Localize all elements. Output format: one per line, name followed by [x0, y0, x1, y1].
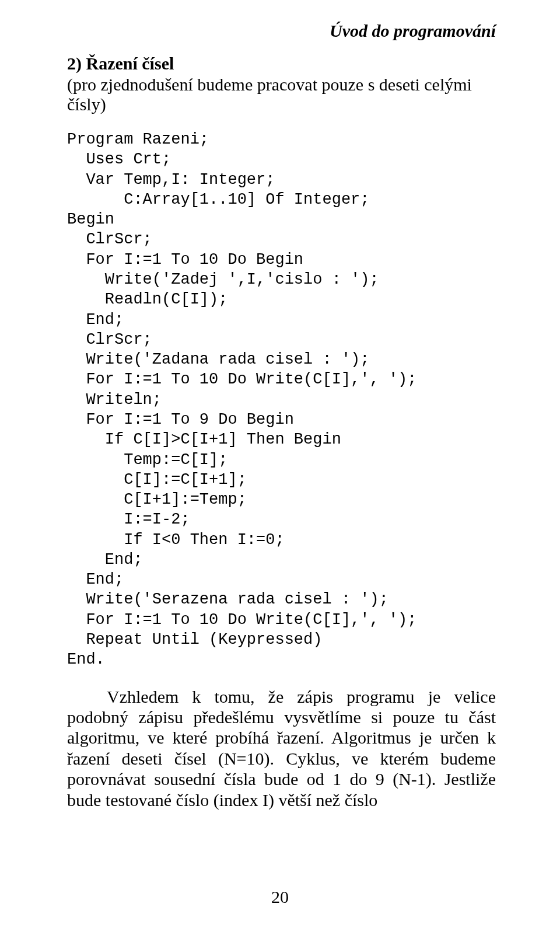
page: Úvod do programování 2) Řazení čísel (pr…	[0, 0, 560, 928]
paragraph-text: Vzhledem k tomu, že zápis programu je ve…	[67, 687, 496, 810]
page-number: 20	[0, 887, 560, 907]
running-header: Úvod do programování	[67, 21, 496, 41]
section-title: 2) Řazení čísel	[67, 54, 496, 74]
code-block: Program Razeni; Uses Crt; Var Temp,I: In…	[67, 130, 496, 670]
body-paragraph: Vzhledem k tomu, že zápis programu je ve…	[67, 686, 496, 810]
section-subtitle: (pro zjednodušení budeme pracovat pouze …	[67, 75, 496, 114]
